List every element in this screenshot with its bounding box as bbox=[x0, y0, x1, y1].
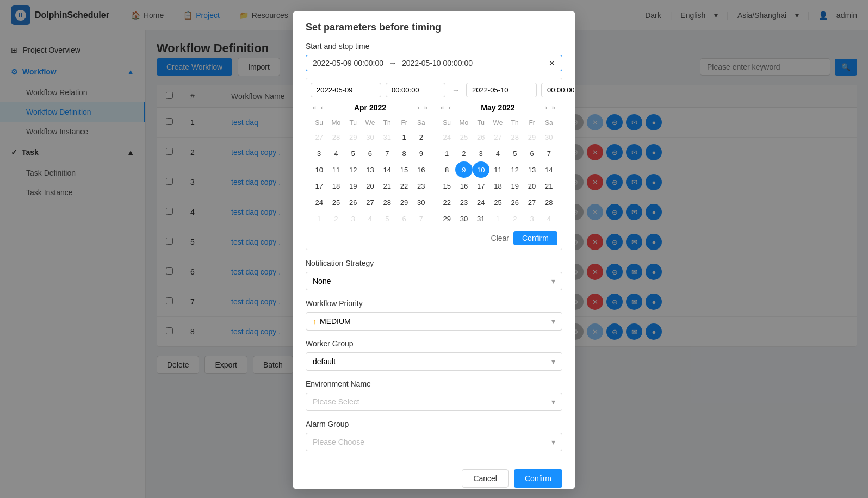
cal-day[interactable]: 12 bbox=[506, 161, 523, 178]
cal-day[interactable]: 17 bbox=[311, 178, 327, 194]
cal-day[interactable]: 9 bbox=[413, 145, 430, 161]
cal-day[interactable]: 31 bbox=[379, 129, 395, 145]
cal-day[interactable]: 7 bbox=[541, 145, 557, 161]
cal-day[interactable]: 6 bbox=[395, 210, 412, 227]
cal-day[interactable]: 30 bbox=[455, 210, 472, 227]
left-cal-next-month[interactable]: › bbox=[415, 103, 421, 113]
left-date-input[interactable] bbox=[311, 83, 381, 97]
cal-day[interactable]: 28 bbox=[379, 194, 395, 210]
cal-day[interactable]: 11 bbox=[327, 161, 344, 178]
cal-day[interactable]: 2 bbox=[455, 145, 472, 161]
cal-day[interactable]: 4 bbox=[489, 145, 506, 161]
cal-day[interactable]: 26 bbox=[506, 194, 523, 210]
cal-day[interactable]: 26 bbox=[345, 194, 362, 210]
cal-day[interactable]: 28 bbox=[541, 194, 557, 210]
notification-strategy-select[interactable]: None ▾ bbox=[306, 272, 562, 290]
cal-day[interactable]: 20 bbox=[523, 178, 540, 194]
right-cal-next-month[interactable]: › bbox=[543, 103, 549, 113]
cal-day[interactable]: 3 bbox=[473, 145, 489, 161]
cal-day[interactable]: 28 bbox=[506, 129, 523, 145]
cal-day[interactable]: 30 bbox=[362, 129, 379, 145]
right-cal-next-year[interactable]: » bbox=[549, 103, 557, 113]
cal-day[interactable]: 31 bbox=[473, 210, 489, 227]
cal-day[interactable]: 11 bbox=[489, 161, 506, 178]
cal-day[interactable]: 16 bbox=[455, 178, 472, 194]
cal-day[interactable]: 18 bbox=[327, 178, 344, 194]
cal-day[interactable]: 24 bbox=[473, 194, 489, 210]
cal-day[interactable]: 23 bbox=[455, 194, 472, 210]
left-cal-prev-month[interactable]: ‹ bbox=[319, 103, 325, 113]
cal-day[interactable]: 15 bbox=[395, 161, 412, 178]
cal-day[interactable]: 26 bbox=[473, 129, 489, 145]
cal-day[interactable]: 27 bbox=[311, 129, 327, 145]
cal-day[interactable]: 1 bbox=[438, 145, 455, 161]
environment-name-select[interactable]: Please Select ▾ bbox=[306, 393, 562, 411]
cal-day[interactable]: 5 bbox=[345, 145, 362, 161]
cal-confirm-button[interactable]: Confirm bbox=[513, 231, 557, 245]
cal-day[interactable]: 19 bbox=[345, 178, 362, 194]
cal-day[interactable]: 25 bbox=[455, 129, 472, 145]
cal-day[interactable]: 24 bbox=[438, 129, 455, 145]
cancel-button[interactable]: Cancel bbox=[462, 469, 509, 488]
right-time-input[interactable] bbox=[541, 83, 575, 97]
cal-day[interactable]: 10 bbox=[311, 161, 327, 178]
cal-day[interactable]: 18 bbox=[489, 178, 506, 194]
cal-day[interactable]: 7 bbox=[379, 145, 395, 161]
cal-day[interactable]: 29 bbox=[438, 210, 455, 227]
cal-day[interactable]: 4 bbox=[362, 210, 379, 227]
cal-day[interactable]: 23 bbox=[413, 178, 430, 194]
cal-day[interactable]: 29 bbox=[523, 129, 540, 145]
cal-day[interactable]: 3 bbox=[523, 210, 540, 227]
cal-day[interactable]: 7 bbox=[413, 210, 430, 227]
cal-day[interactable]: 14 bbox=[541, 161, 557, 178]
cal-day[interactable]: 22 bbox=[395, 178, 412, 194]
cal-day[interactable]: 25 bbox=[489, 194, 506, 210]
cal-day[interactable]: 1 bbox=[395, 129, 412, 145]
cal-day[interactable]: 19 bbox=[506, 178, 523, 194]
cal-day[interactable]: 6 bbox=[523, 145, 540, 161]
cal-day[interactable]: 16 bbox=[413, 161, 430, 178]
cal-day[interactable]: 30 bbox=[541, 129, 557, 145]
cal-day[interactable]: 30 bbox=[413, 194, 430, 210]
workflow-priority-select[interactable]: ↑MEDIUM ▾ bbox=[306, 312, 562, 331]
cal-day[interactable]: 29 bbox=[395, 194, 412, 210]
date-range-display[interactable]: 2022-05-09 00:00:00 → 2022-05-10 00:00:0… bbox=[306, 55, 562, 71]
cal-day[interactable]: 8 bbox=[395, 145, 412, 161]
cal-day[interactable]: 3 bbox=[311, 145, 327, 161]
date-range-clear-icon[interactable]: ✕ bbox=[549, 59, 555, 67]
left-time-input[interactable] bbox=[386, 83, 445, 97]
cal-day[interactable]: 13 bbox=[523, 161, 540, 178]
cal-day[interactable]: 17 bbox=[473, 178, 489, 194]
cal-day[interactable]: 24 bbox=[311, 194, 327, 210]
cal-day[interactable]: 28 bbox=[327, 129, 344, 145]
cal-day[interactable]: 10 bbox=[473, 161, 489, 178]
cal-day[interactable]: 2 bbox=[413, 129, 430, 145]
right-date-input[interactable] bbox=[466, 83, 537, 97]
cal-day[interactable]: 6 bbox=[362, 145, 379, 161]
cal-clear-button[interactable]: Clear bbox=[491, 234, 509, 242]
cal-day[interactable]: 12 bbox=[345, 161, 362, 178]
left-cal-next-year[interactable]: » bbox=[421, 103, 430, 113]
cal-day[interactable]: 1 bbox=[489, 210, 506, 227]
confirm-button[interactable]: Confirm bbox=[514, 469, 562, 488]
cal-day[interactable]: 2 bbox=[327, 210, 344, 227]
cal-day[interactable]: 2 bbox=[506, 210, 523, 227]
cal-day[interactable]: 14 bbox=[379, 161, 395, 178]
left-cal-prev-year[interactable]: « bbox=[311, 103, 319, 113]
cal-day[interactable]: 3 bbox=[345, 210, 362, 227]
worker-group-select[interactable]: default ▾ bbox=[306, 352, 562, 371]
cal-day[interactable]: 20 bbox=[362, 178, 379, 194]
cal-day[interactable]: 29 bbox=[345, 129, 362, 145]
cal-day[interactable]: 5 bbox=[506, 145, 523, 161]
cal-day[interactable]: 21 bbox=[541, 178, 557, 194]
cal-day[interactable]: 4 bbox=[541, 210, 557, 227]
cal-day[interactable]: 13 bbox=[362, 161, 379, 178]
cal-day[interactable]: 25 bbox=[327, 194, 344, 210]
cal-day[interactable]: 21 bbox=[379, 178, 395, 194]
cal-day[interactable]: 1 bbox=[311, 210, 327, 227]
cal-day[interactable]: 8 bbox=[438, 161, 455, 178]
cal-day[interactable]: 27 bbox=[362, 194, 379, 210]
cal-day[interactable]: 15 bbox=[438, 178, 455, 194]
cal-day[interactable]: 27 bbox=[523, 194, 540, 210]
right-cal-prev-month[interactable]: ‹ bbox=[447, 103, 453, 113]
